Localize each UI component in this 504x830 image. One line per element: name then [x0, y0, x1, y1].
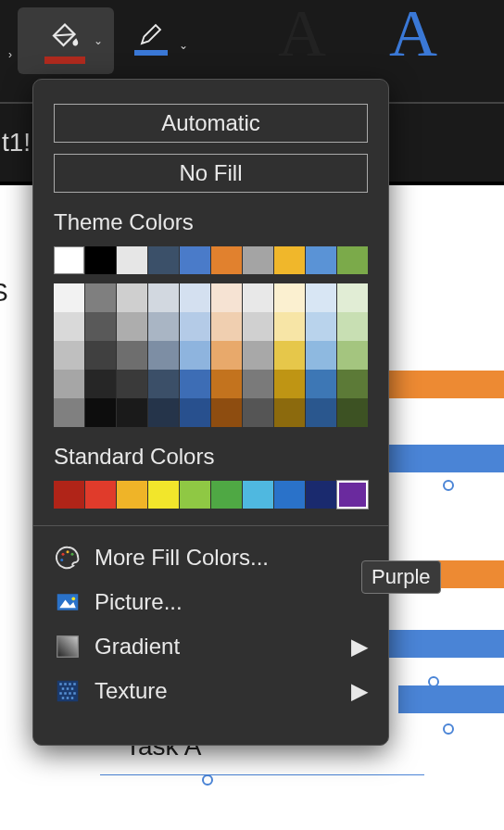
standard-swatch-7[interactable]: [274, 481, 305, 509]
theme-swatch-8[interactable]: [306, 246, 336, 274]
theme-swatch-4[interactable]: [180, 246, 210, 274]
texture-fill-item[interactable]: Texture ▶: [54, 669, 368, 713]
tint-swatch-1-7[interactable]: [274, 312, 305, 341]
tint-swatch-3-7[interactable]: [274, 370, 305, 398]
tint-swatch-2-6[interactable]: [243, 341, 273, 370]
theme-swatch-6[interactable]: [243, 246, 273, 274]
tint-swatch-2-7[interactable]: [274, 341, 305, 370]
resize-handle-icon[interactable]: [428, 676, 439, 687]
svg-rect-12: [73, 683, 76, 685]
chevron-down-icon[interactable]: ⌄: [88, 34, 108, 47]
tint-swatch-2-8[interactable]: [306, 341, 336, 370]
tooltip-text: Purple: [372, 565, 431, 588]
tint-swatch-4-4[interactable]: [180, 398, 210, 427]
chevron-down-icon[interactable]: ⌄: [173, 39, 194, 52]
fill-color-button[interactable]: [42, 13, 88, 69]
theme-swatch-5[interactable]: [211, 246, 242, 274]
standard-swatch-5[interactable]: [211, 481, 242, 509]
border-color-button[interactable]: [132, 20, 170, 56]
tint-swatch-3-8[interactable]: [306, 370, 336, 398]
svg-rect-16: [59, 692, 62, 695]
tint-swatch-0-7[interactable]: [274, 283, 305, 312]
tint-swatch-2-9[interactable]: [337, 341, 368, 370]
fill-color-indicator: [44, 57, 85, 64]
theme-swatch-1[interactable]: [85, 246, 116, 274]
tint-swatch-3-6[interactable]: [243, 370, 273, 398]
standard-swatch-9[interactable]: [337, 481, 368, 509]
tint-swatch-2-1[interactable]: [85, 341, 116, 370]
tint-swatch-2-5[interactable]: [211, 341, 242, 370]
tint-swatch-4-1[interactable]: [85, 398, 116, 427]
automatic-button[interactable]: Automatic: [54, 104, 368, 143]
gradient-fill-item[interactable]: Gradient ▶: [54, 624, 368, 669]
no-fill-button[interactable]: No Fill: [54, 154, 368, 193]
picture-fill-item[interactable]: Picture...: [54, 580, 368, 624]
tint-swatch-0-4[interactable]: [180, 283, 210, 312]
tint-swatch-4-0[interactable]: [54, 398, 84, 427]
resize-handle-icon[interactable]: [443, 480, 454, 491]
tint-swatch-0-2[interactable]: [117, 283, 147, 312]
resize-handle-icon[interactable]: [202, 774, 213, 786]
tint-swatch-2-3[interactable]: [148, 341, 179, 370]
theme-colors-label: Theme Colors: [54, 209, 368, 235]
resize-handle-icon[interactable]: [443, 723, 454, 735]
standard-swatch-6[interactable]: [243, 481, 273, 509]
border-color-indicator: [134, 50, 168, 56]
standard-colors-label: Standard Colors: [54, 444, 368, 470]
tint-swatch-3-2[interactable]: [117, 370, 147, 398]
standard-swatch-8[interactable]: [306, 481, 336, 509]
theme-swatch-7[interactable]: [274, 246, 305, 274]
tint-swatch-4-7[interactable]: [274, 398, 305, 427]
tint-swatch-0-1[interactable]: [85, 283, 116, 312]
tint-swatch-1-6[interactable]: [243, 312, 273, 341]
tint-swatch-1-5[interactable]: [211, 312, 242, 341]
tint-swatch-1-0[interactable]: [54, 312, 84, 341]
tint-swatch-3-5[interactable]: [211, 370, 242, 398]
standard-swatch-3[interactable]: [148, 481, 179, 509]
standard-swatch-0[interactable]: [54, 481, 84, 509]
tint-swatch-3-9[interactable]: [337, 370, 368, 398]
chart-bar-orange-1[interactable]: [371, 371, 504, 398]
tint-swatch-4-2[interactable]: [117, 398, 147, 427]
theme-swatch-3[interactable]: [148, 246, 179, 274]
chart-bar-blue-3[interactable]: [398, 685, 504, 713]
tint-swatch-1-2[interactable]: [117, 312, 147, 341]
chevron-right-icon[interactable]: ›: [3, 48, 18, 61]
tint-swatch-4-6[interactable]: [243, 398, 273, 427]
theme-swatch-9[interactable]: [337, 246, 368, 274]
tint-swatch-0-3[interactable]: [148, 283, 179, 312]
tint-swatch-3-0[interactable]: [54, 370, 84, 398]
tint-swatch-0-6[interactable]: [243, 283, 273, 312]
tint-swatch-3-4[interactable]: [180, 370, 210, 398]
gradient-fill-label: Gradient: [94, 634, 180, 660]
tint-swatch-2-0[interactable]: [54, 341, 84, 370]
tint-swatch-4-5[interactable]: [211, 398, 242, 427]
standard-swatch-2[interactable]: [117, 481, 147, 509]
tint-swatch-1-4[interactable]: [180, 312, 210, 341]
standard-swatch-4[interactable]: [180, 481, 210, 509]
tint-swatch-4-8[interactable]: [306, 398, 336, 427]
more-fill-colors-item[interactable]: More Fill Colors...: [54, 535, 368, 580]
tint-swatch-1-3[interactable]: [148, 312, 179, 341]
chart-bar-blue-1[interactable]: [389, 445, 504, 472]
tint-swatch-1-9[interactable]: [337, 312, 368, 341]
picture-icon: [54, 588, 82, 616]
tint-swatch-3-3[interactable]: [148, 370, 179, 398]
standard-swatch-1[interactable]: [85, 481, 116, 509]
chart-bar-blue-2[interactable]: [371, 630, 504, 658]
svg-rect-9: [59, 683, 62, 685]
theme-swatch-0[interactable]: [54, 246, 84, 274]
tint-swatch-0-8[interactable]: [306, 283, 336, 312]
tint-swatch-4-3[interactable]: [148, 398, 179, 427]
tint-swatch-1-1[interactable]: [85, 312, 116, 341]
tint-swatch-2-4[interactable]: [180, 341, 210, 370]
tint-swatch-0-5[interactable]: [211, 283, 242, 312]
tint-swatch-4-9[interactable]: [337, 398, 368, 427]
theme-swatch-2[interactable]: [117, 246, 147, 274]
tint-swatch-0-0[interactable]: [54, 283, 84, 312]
tint-swatch-0-9[interactable]: [337, 283, 368, 312]
tint-swatch-1-8[interactable]: [306, 312, 336, 341]
tint-swatch-3-1[interactable]: [85, 370, 116, 398]
tint-swatch-2-2[interactable]: [117, 341, 147, 370]
texture-fill-label: Texture: [94, 678, 168, 704]
